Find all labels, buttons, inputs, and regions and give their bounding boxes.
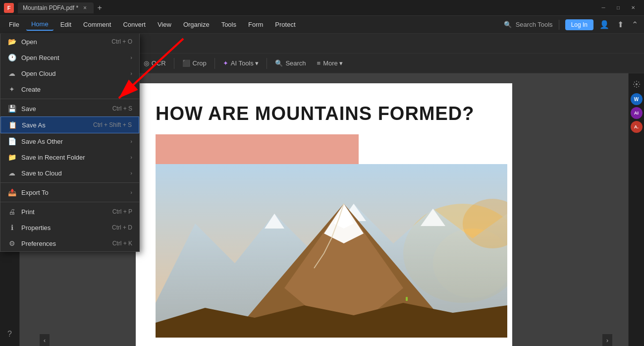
document-page: HOW ARE MOUNTAINS FORMED? — [136, 83, 512, 346]
close-window-button[interactable]: ✕ — [626, 3, 640, 13]
search-label: Search — [285, 59, 306, 67]
tab-item[interactable]: Mountain PDFA.pdf * × — [18, 2, 94, 13]
crop-button[interactable]: ⬛ Crop — [177, 57, 212, 69]
menu-item-preferences[interactable]: ⚙ Preferences Ctrl + K — [0, 235, 139, 251]
menu-item-save-to-cloud[interactable]: ☁ Save to Cloud › — [0, 165, 139, 181]
ocr-icon: ◎ — [144, 59, 149, 67]
word-avatar[interactable]: W — [631, 93, 643, 105]
minimize-button[interactable]: ─ — [596, 3, 610, 13]
menu-sep-2 — [0, 182, 139, 183]
menu-file[interactable]: File — [4, 19, 24, 30]
open-label: Open — [21, 38, 37, 46]
open-cloud-label: Open Cloud — [21, 70, 55, 77]
print-icon: 🖨 — [7, 207, 16, 216]
sidebar-help-icon[interactable]: ? — [2, 326, 18, 342]
more-button[interactable]: ≡ More ▾ — [312, 57, 348, 69]
save-in-recent-arrow: › — [130, 154, 132, 160]
menu-item-print[interactable]: 🖨 Print Ctrl + P — [0, 204, 139, 220]
open-recent-icon: 🕐 — [7, 53, 16, 62]
menu-tools[interactable]: Tools — [216, 19, 241, 30]
more-icon: ≡ — [317, 59, 321, 67]
scroll-right-button[interactable]: › — [602, 334, 612, 346]
crop-label: Crop — [193, 59, 207, 67]
menu-sep-3 — [0, 202, 139, 202]
profile-icon[interactable]: 👤 — [597, 19, 611, 30]
menu-item-save-as[interactable]: 📋 Save As Ctrl + Shift + S — [0, 116, 139, 133]
open-recent-label: Open Recent — [21, 54, 59, 61]
menu-comment[interactable]: Comment — [78, 19, 116, 30]
menu-item-save[interactable]: 💾 Save Ctrl + S — [0, 101, 139, 116]
menu-item-save-as-other[interactable]: 📄 Save As Other › — [0, 133, 139, 149]
tab-filename: Mountain PDFA.pdf * — [23, 4, 78, 11]
create-label: Create — [21, 86, 41, 93]
save-to-cloud-icon: ☁ — [7, 169, 16, 177]
menu-bar-tools: 🔍 Search Tools Log In 👤 ⬆ ⌃ — [504, 19, 640, 30]
print-label: Print — [21, 208, 35, 216]
menu-bar: File Home Edit Comment Convert View Orga… — [0, 16, 644, 34]
maximize-button[interactable]: □ — [611, 3, 625, 13]
scroll-left-button[interactable]: ‹ — [40, 334, 50, 346]
right-sidebar: W AI A. — [628, 73, 644, 346]
save-as-icon: 📋 — [8, 120, 17, 129]
collapse-icon[interactable]: ⌃ — [630, 19, 640, 30]
menu-item-export-to[interactable]: 📤 Export To › — [0, 184, 139, 200]
menu-view[interactable]: View — [153, 19, 176, 30]
menu-item-open[interactable]: 📂 Open Ctrl + O — [0, 34, 139, 50]
search-button[interactable]: 🔍 Search — [270, 57, 311, 69]
preferences-label: Preferences — [21, 240, 56, 247]
search-tools-label[interactable]: Search Tools — [516, 21, 553, 28]
svg-rect-14 — [406, 297, 408, 301]
ai-icon: ✦ — [223, 59, 228, 67]
search-tools-icon: 🔍 — [504, 21, 512, 28]
menu-item-properties[interactable]: ℹ Properties Ctrl + D — [0, 220, 139, 235]
search-icon: 🔍 — [275, 59, 283, 67]
open-cloud-arrow: › — [130, 70, 132, 76]
add-tab-button[interactable]: + — [94, 2, 106, 14]
window-controls: ─ □ ✕ — [596, 3, 640, 13]
save-to-cloud-label: Save to Cloud — [21, 170, 62, 177]
title-bar: F Mountain PDFA.pdf * × + ─ □ ✕ — [0, 0, 644, 16]
upload-icon[interactable]: ⬆ — [615, 19, 626, 30]
create-icon: ✦ — [7, 85, 16, 94]
menu-sep-1 — [0, 99, 139, 99]
save-as-other-arrow: › — [130, 138, 132, 144]
menu-protect[interactable]: Protect — [270, 19, 300, 30]
ai-tools-label: AI Tools ▾ — [231, 59, 259, 67]
save-in-recent-label: Save in Recent Folder — [21, 154, 85, 161]
menu-item-create[interactable]: ✦ Create › — [0, 81, 139, 97]
menu-item-open-recent[interactable]: 🕐 Open Recent › — [0, 50, 139, 65]
menu-home[interactable]: Home — [26, 18, 54, 31]
ai-avatar[interactable]: AI — [631, 107, 643, 119]
save-label: Save — [21, 105, 36, 113]
properties-shortcut: Ctrl + D — [112, 224, 132, 231]
create-arrow: › — [130, 86, 132, 92]
open-shortcut: Ctrl + O — [111, 38, 132, 45]
menu-edit[interactable]: Edit — [55, 19, 76, 30]
ocr-label: OCR — [152, 59, 166, 67]
right-settings-icon[interactable] — [630, 77, 644, 91]
document-title: HOW ARE MOUNTAINS FORMED? — [156, 103, 492, 124]
menu-item-open-cloud[interactable]: ☁ Open Cloud › — [0, 65, 139, 81]
print-shortcut: Ctrl + P — [112, 208, 132, 215]
login-button[interactable]: Log In — [565, 19, 593, 30]
save-to-cloud-arrow: › — [130, 170, 132, 176]
salmon-bar — [156, 134, 359, 164]
save-as-label: Save As — [22, 121, 46, 129]
menu-item-save-in-recent[interactable]: 📁 Save in Recent Folder › — [0, 149, 139, 165]
mountain-image — [156, 164, 507, 338]
export-icon: 📤 — [7, 188, 16, 197]
ocr-button[interactable]: ◎ OCR — [139, 57, 171, 69]
more-label: More ▾ — [323, 59, 343, 67]
menu-convert[interactable]: Convert — [118, 19, 151, 30]
save-shortcut: Ctrl + S — [112, 105, 132, 112]
tab-close-button[interactable]: × — [81, 4, 89, 11]
menu-form[interactable]: Form — [243, 19, 268, 30]
file-menu: 📂 Open Ctrl + O 🕐 Open Recent › ☁ Open C… — [0, 34, 140, 252]
menu-organize[interactable]: Organize — [178, 19, 215, 30]
ai2-avatar[interactable]: A. — [631, 121, 643, 133]
open-icon: 📂 — [7, 37, 16, 46]
save-as-shortcut: Ctrl + Shift + S — [93, 121, 132, 128]
tab-area: Mountain PDFA.pdf * × + — [18, 2, 596, 14]
ai-tools-button[interactable]: ✦ AI Tools ▾ — [218, 57, 264, 69]
save-as-other-label: Save As Other — [21, 138, 63, 145]
